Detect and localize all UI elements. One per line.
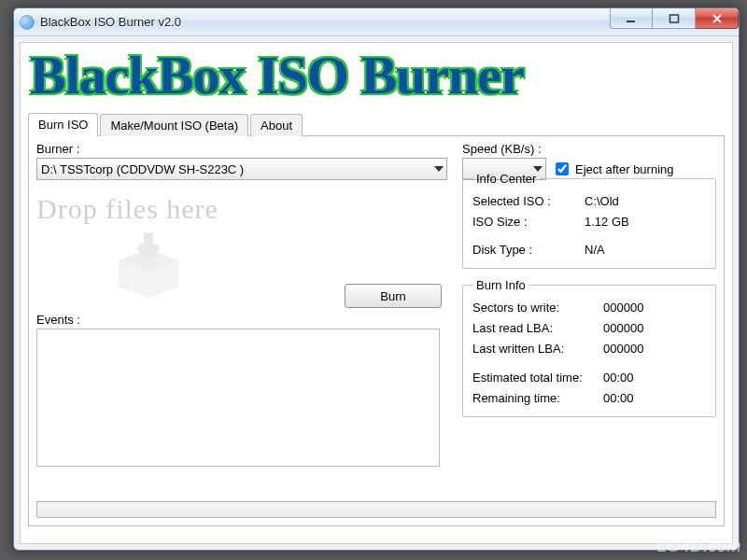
info-center-legend: Info Center [472, 172, 540, 186]
burn-info-legend: Burn Info [472, 278, 529, 292]
progress-bar [36, 501, 716, 518]
burner-select[interactable]: D:\ TSSTcorp (CDDVDW SH-S223C ) [36, 158, 447, 180]
maximize-button[interactable] [653, 8, 696, 29]
window-title: BlackBox ISO Burner v2.0 [40, 15, 181, 29]
drop-files-text: Drop files here [36, 193, 447, 225]
client-area: BlackBox ISO Burner Burn ISO Make/Mount … [20, 42, 733, 544]
events-log[interactable] [36, 329, 440, 467]
app-icon [20, 15, 35, 30]
window-controls [610, 8, 739, 29]
burn-button[interactable]: Burn [345, 284, 442, 308]
selected-iso-value: C:\Old [585, 191, 706, 212]
tab-strip: Burn ISO Make/Mount ISO (Beta) About [28, 112, 725, 136]
svg-rect-0 [627, 21, 635, 22]
selected-iso-label: Selected ISO : [472, 191, 585, 212]
last-read-lba-value: 000000 [603, 318, 706, 339]
last-read-lba-label: Last read LBA: [472, 318, 603, 339]
last-written-lba-value: 000000 [603, 339, 706, 359]
sectors-to-write-value: 000000 [603, 298, 706, 318]
app-window: BlackBox ISO Burner v2.0 BlackBox ISO Bu… [13, 7, 740, 551]
burn-info-group: Burn Info Sectors to write: 000000 Last … [462, 278, 716, 416]
close-icon [712, 14, 723, 23]
events-label: Events : [36, 313, 447, 327]
tab-burn-iso[interactable]: Burn ISO [28, 113, 98, 136]
disk-type-label: Disk Type : [472, 240, 585, 260]
maximize-icon [669, 14, 680, 23]
estimated-time-label: Estimated total time: [472, 368, 603, 388]
minimize-icon [626, 14, 637, 23]
iso-size-label: ISO Size : [472, 212, 585, 232]
close-button[interactable] [696, 8, 739, 29]
drop-box-icon [111, 232, 186, 298]
remaining-time-value: 00:00 [603, 388, 706, 409]
svg-rect-5 [144, 232, 153, 251]
speed-label: Speed (KB/s) : [462, 142, 716, 156]
iso-size-value: 1.12 GB [585, 212, 706, 232]
burner-label: Burner : [36, 142, 447, 156]
svg-rect-1 [669, 15, 678, 22]
estimated-time-value: 00:00 [603, 368, 706, 388]
titlebar[interactable]: BlackBox ISO Burner v2.0 [14, 8, 739, 36]
drop-files-zone[interactable]: Drop files here [36, 188, 447, 300]
info-center-group: Info Center Selected ISO : C:\Old ISO Si… [462, 172, 716, 269]
tab-pane-burn: Burner : D:\ TSSTcorp (CDDVDW SH-S223C )… [28, 136, 725, 526]
last-written-lba-label: Last written LBA: [472, 339, 603, 359]
remaining-time-label: Remaining time: [472, 388, 603, 409]
minimize-button[interactable] [610, 8, 653, 29]
disk-type-value: N/A [585, 240, 706, 260]
app-banner: BlackBox ISO Burner [28, 49, 725, 110]
tab-make-mount-iso[interactable]: Make/Mount ISO (Beta) [100, 114, 248, 136]
tab-about[interactable]: About [250, 114, 303, 136]
sectors-to-write-label: Sectors to write: [472, 298, 603, 318]
